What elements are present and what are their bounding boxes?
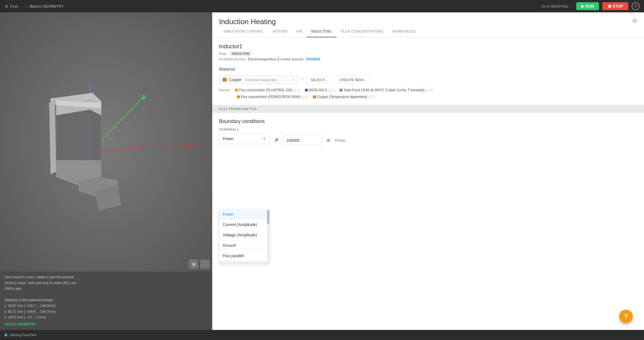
dropdown-scrollbar-thumb[interactable] xyxy=(267,210,269,224)
help-float-button[interactable]: ? xyxy=(619,310,633,323)
inductor-section-title: Inductor1 xyxy=(219,43,637,50)
viewport-controls: ⊞ ⛶ xyxy=(189,260,209,269)
recent-dot-0 xyxy=(235,89,238,92)
material-row: Copper Constant properties › × SELECT...… xyxy=(219,75,637,84)
app-title: Induction Heating xyxy=(219,17,276,26)
go-to-meshing-link[interactable]: Go to MESHING → xyxy=(541,4,573,8)
change-physics-link[interactable]: CHANGE xyxy=(306,57,320,61)
stats-x: x: 46.87 mm (−149.7 ... 149.8mm) xyxy=(4,303,208,309)
tab-motion[interactable]: MOTION xyxy=(268,26,292,37)
monitor-icon: 🖥 xyxy=(4,4,8,8)
recent-dot-3 xyxy=(237,95,240,98)
electromagnetics-section-bar: ELECTROMAGNETICS xyxy=(212,105,644,113)
material-pill[interactable]: Copper Constant properties › xyxy=(219,75,298,84)
scale-geometry-link[interactable]: SCALE GEOMETRY xyxy=(4,321,208,327)
dropdown-item-current[interactable]: Current (Amplitude) xyxy=(219,220,269,230)
physics-row: Enabled physics Electromagnetics (Curren… xyxy=(219,57,637,61)
power-input-row: P W Power xyxy=(275,136,346,145)
status-label: Starting ParaView xyxy=(10,333,37,337)
terminal1-controls: Power ▼ Power Current (Amplitude) xyxy=(219,133,637,198)
material-close-icon[interactable]: × xyxy=(301,77,304,82)
recent-item-3[interactable]: Flux concentrator (FERROTRON 559H) ★ × xyxy=(236,94,310,99)
material-section: Material Copper Constant properties › × … xyxy=(219,67,637,99)
status-bar: Starting ParaView xyxy=(0,330,644,340)
right-content: Inductor1 Role: INDUCTOR Enabled physics… xyxy=(212,38,644,330)
fullscreen-button[interactable]: ⛶ xyxy=(200,260,209,269)
help-button[interactable]: ? xyxy=(632,2,640,10)
recent-close-2[interactable]: × xyxy=(430,89,431,92)
tab-flux-concentrator1[interactable]: FLUX CONCENTRATOR1 xyxy=(336,26,388,37)
run-button[interactable]: ▶ RUN xyxy=(576,2,599,10)
select-material-button[interactable]: SELECT... xyxy=(306,76,332,84)
reset-view-button[interactable]: ⊞ xyxy=(189,260,198,269)
terminal1-label: TERMINAL1 xyxy=(219,128,637,131)
recent-close-3[interactable]: × xyxy=(306,95,308,99)
dropdown-item-ground[interactable]: Ground xyxy=(219,240,269,251)
material-color-swatch xyxy=(223,78,227,82)
tab-workpiece1[interactable]: WORKPIECE1 xyxy=(388,26,421,37)
svg-marker-3 xyxy=(142,94,146,100)
star-icon-0[interactable]: ★ xyxy=(293,89,296,92)
viewport-3d[interactable]: ⊞ ⛶ xyxy=(0,12,212,271)
power-type: Power xyxy=(335,138,346,143)
main-layout: ⊞ ⛶ Use mouse to zoom, rotate or pan the… xyxy=(0,12,644,330)
recent-item-1[interactable]: M235-35A 2 ★ × xyxy=(304,88,336,93)
stats-z: z: 105.5 mm ( −12 ... 0 mm) xyxy=(4,314,208,320)
recent-close-4[interactable]: × xyxy=(372,95,374,99)
recent-item-2[interactable]: Stahl Ferrit CK45 @ 800°C 2 (über Currie… xyxy=(338,88,434,93)
3d-canvas[interactable]: ⊞ ⛶ xyxy=(0,12,212,271)
material-title: Material xyxy=(219,67,637,72)
star-icon-1[interactable]: ★ xyxy=(328,89,331,92)
stats-y: y: 82.71 mm (−149.8 ... 149.7mm) xyxy=(4,309,208,314)
star-icon-3[interactable]: ★ xyxy=(302,95,304,99)
info-line-1: Use mouse to zoom, rotate or pan the pre… xyxy=(4,274,208,280)
boundary-conditions-title: Boundary conditions xyxy=(219,118,637,124)
recent-materials-row-2: Flux concentrator (FERROTRON 559H) ★ × C… xyxy=(219,94,637,99)
tabs-bar: SIMULATION CONTROL MOTION AIR INDUCTOR1 … xyxy=(212,26,644,38)
recent-item-4[interactable]: Copper (Temperature dependent) ★ × xyxy=(312,94,376,99)
viewport-info: Use mouse to zoom, rotate or pan the pre… xyxy=(0,271,212,330)
stop-button[interactable]: ⏹ STOP xyxy=(602,2,628,10)
role-badge: INDUCTOR xyxy=(230,51,252,56)
recent-close-0[interactable]: × xyxy=(298,89,299,92)
star-icon-4[interactable]: ★ xyxy=(368,95,371,99)
boundary-dropdown-wrapper: Power ▼ Power Current (Amplitude) xyxy=(219,133,270,198)
power-unit: W xyxy=(327,138,330,143)
recent-label: Recent: xyxy=(219,88,231,92)
material-props: Constant properties xyxy=(245,78,277,82)
power-value-input[interactable] xyxy=(283,136,322,145)
top-bar: 🖥 Desk ← Back to GEOMETRY Go to MESHING … xyxy=(0,0,644,12)
right-panel: Induction Heating ⚙ SIMULATION CONTROL M… xyxy=(212,12,644,330)
boundary-dropdown-selected[interactable]: Power ▼ xyxy=(219,133,270,144)
role-row: Role: INDUCTOR xyxy=(219,51,637,56)
dropdown-scrollbar[interactable] xyxy=(267,209,269,263)
left-panel: ⊞ ⛶ Use mouse to zoom, rotate or pan the… xyxy=(0,12,212,330)
settings-icon[interactable]: ⚙ xyxy=(632,17,637,24)
3d-shape-svg xyxy=(0,12,212,271)
boundary-dropdown-menu: Power Current (Amplitude) Voltage (Ampli… xyxy=(219,209,270,264)
material-expand-icon[interactable]: › xyxy=(293,77,294,82)
dropdown-item-voltage[interactable]: Voltage (Amplitude) xyxy=(219,230,269,240)
dropdown-item-flux-parallel[interactable]: Flux parallel xyxy=(219,251,269,261)
create-material-button[interactable]: CREATE NEW... xyxy=(335,76,371,84)
status-dot-icon xyxy=(4,334,7,336)
star-icon-2[interactable]: ★ xyxy=(426,89,428,92)
dropdown-arrow-icon: ▼ xyxy=(263,137,266,141)
desk-link[interactable]: 🖥 Desk xyxy=(4,4,18,8)
recent-materials-row: Recent: Flux concentrator (FLUXTROL 100)… xyxy=(219,88,637,93)
recent-close-1[interactable]: × xyxy=(333,89,334,92)
tab-simulation-control[interactable]: SIMULATION CONTROL xyxy=(219,26,268,37)
back-to-geometry-button[interactable]: ← Back to GEOMETRY xyxy=(25,4,64,8)
recent-item-0[interactable]: Flux concentrator (FLUXTROL 100) ★ × xyxy=(234,88,301,93)
dropdown-scroll-bottom xyxy=(219,261,269,263)
recent-dot-4 xyxy=(313,95,316,98)
physics-value: Electromagnetics (Current source) xyxy=(248,57,304,61)
dropdown-item-power[interactable]: Power xyxy=(219,209,269,220)
recent-dot-2 xyxy=(340,89,342,92)
tab-inductor1[interactable]: INDUCTOR1 xyxy=(307,26,336,37)
stats-title: Statistics of the selected domain xyxy=(4,297,208,303)
tab-air[interactable]: AIR xyxy=(292,26,307,37)
top-bar-right: Go to MESHING → ▶ RUN ⏹ STOP ? xyxy=(541,2,640,10)
right-header: Induction Heating ⚙ xyxy=(212,12,644,26)
info-line-3: Shift to pan. xyxy=(4,286,208,291)
